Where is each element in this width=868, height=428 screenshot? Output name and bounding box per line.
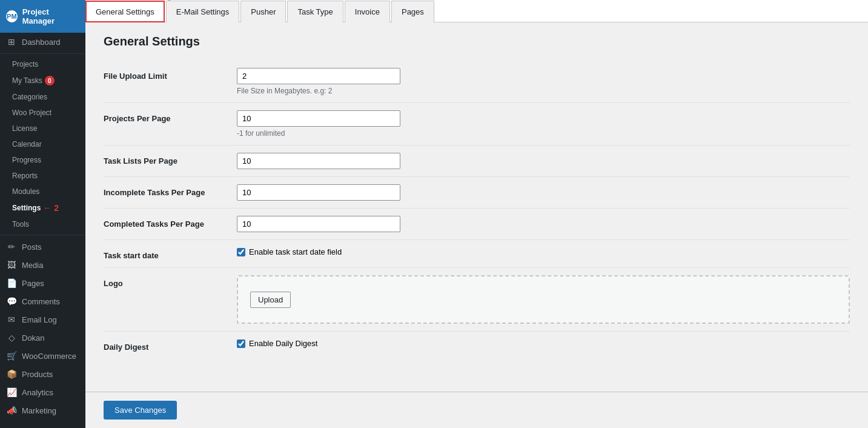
tab-email[interactable]: E-Mail Settings — [166, 1, 239, 22]
checkbox-row-daily-digest: Enable Daily Digest — [237, 339, 850, 348]
tab-task-type[interactable]: Task Type — [287, 1, 343, 22]
categories-label: Categories — [12, 93, 47, 101]
row-task-start-date: Task start date Enable task start date f… — [104, 240, 850, 268]
pages-label: Pages — [22, 279, 44, 288]
reports-label: Reports — [12, 172, 38, 180]
main-content: General Settings 1 E-Mail Settings Pushe… — [85, 0, 868, 428]
sidebar-item-analytics[interactable]: 📈 Analytics — [0, 383, 85, 401]
email-log-icon: ✉ — [6, 315, 17, 324]
input-incomplete-tasks-per-page[interactable] — [237, 184, 400, 201]
page-title: General Settings — [104, 35, 850, 48]
row-task-lists-per-page: Task Lists Per Page — [104, 145, 850, 177]
sidebar-item-my-tasks[interactable]: My Tasks 0 — [0, 72, 85, 89]
sidebar-item-progress[interactable]: Progress — [0, 152, 85, 168]
products-icon: 📦 — [6, 369, 17, 379]
control-logo: Upload — [237, 275, 850, 324]
modules-label: Modules — [12, 187, 39, 196]
row-incomplete-tasks-per-page: Incomplete Tasks Per Page — [104, 177, 850, 209]
progress-label: Progress — [12, 156, 41, 164]
tab-task-type-label: Task Type — [297, 7, 333, 16]
tab-invoice[interactable]: Invoice — [345, 1, 390, 22]
tab-email-label: E-Mail Settings — [176, 7, 229, 16]
analytics-icon: 📈 — [6, 387, 17, 397]
projects-label: Projects — [12, 60, 38, 69]
sidebar-item-comments[interactable]: 💬 Comments — [0, 292, 85, 310]
tab-pusher-label: Pusher — [251, 7, 276, 16]
tab-pages[interactable]: Pages — [391, 1, 434, 22]
dashboard-icon: ⊞ — [6, 37, 17, 47]
save-changes-button[interactable]: Save Changes — [104, 401, 177, 420]
upload-button[interactable]: Upload — [250, 292, 291, 308]
sidebar-item-woocommerce[interactable]: 🛒 WooCommerce — [0, 347, 85, 365]
label-incomplete-tasks-per-page: Incomplete Tasks Per Page — [104, 184, 237, 197]
posts-label: Posts — [22, 242, 42, 252]
sidebar-item-projects[interactable]: Projects — [0, 56, 85, 72]
row-file-upload-limit: File Upload Limit File Size in Megabytes… — [104, 61, 850, 103]
control-projects-per-page: -1 for unlimited — [237, 110, 850, 138]
input-file-upload-limit[interactable] — [237, 68, 400, 84]
posts-icon: ✏ — [6, 242, 17, 252]
sidebar: PM Project Manager ⊞ Dashboard Projects … — [0, 0, 85, 428]
sidebar-item-dashboard[interactable]: ⊞ Dashboard — [0, 33, 85, 51]
email-log-label: Email Log — [22, 315, 57, 324]
label-projects-per-page: Projects Per Page — [104, 110, 237, 123]
tab-pusher[interactable]: Pusher — [240, 1, 286, 22]
comments-icon: 💬 — [6, 296, 17, 306]
hint-projects-per-page: -1 for unlimited — [237, 129, 850, 138]
media-label: Media — [22, 261, 43, 270]
input-completed-tasks-per-page[interactable] — [237, 216, 400, 232]
sidebar-item-license[interactable]: License — [0, 121, 85, 136]
control-file-upload-limit: File Size in Megabytes. e.g: 2 — [237, 68, 850, 95]
products-label: Products — [22, 370, 53, 379]
sidebar-title: Project Manager — [22, 7, 79, 25]
sidebar-item-email-log[interactable]: ✉ Email Log — [0, 310, 85, 329]
label-task-start-date-cb: Enable task start date field — [249, 247, 342, 256]
label-completed-tasks-per-page: Completed Tasks Per Page — [104, 216, 237, 229]
sidebar-item-products[interactable]: 📦 Products — [0, 365, 85, 383]
checkbox-task-start-date[interactable] — [237, 248, 245, 256]
dokan-label: Dokan — [22, 333, 45, 343]
sidebar-item-pages[interactable]: 📄 Pages — [0, 274, 85, 292]
control-completed-tasks-per-page — [237, 216, 850, 232]
settings-content: General Settings File Upload Limit File … — [85, 22, 868, 392]
sidebar-header: PM Project Manager — [0, 0, 85, 33]
media-icon: 🖼 — [6, 260, 17, 270]
sidebar-item-calendar[interactable]: Calendar — [0, 136, 85, 152]
row-daily-digest: Daily Digest Enable Daily Digest — [104, 332, 850, 359]
sidebar-item-media[interactable]: 🖼 Media — [0, 256, 85, 274]
analytics-label: Analytics — [22, 388, 53, 397]
my-tasks-label: My Tasks — [12, 76, 42, 85]
tabs-bar: General Settings 1 E-Mail Settings Pushe… — [85, 0, 868, 22]
sidebar-item-woo-project[interactable]: Woo Project — [0, 105, 85, 121]
my-tasks-badge: 0 — [45, 76, 55, 85]
input-projects-per-page[interactable] — [237, 110, 400, 127]
sidebar-item-settings[interactable]: Settings ← 2 — [0, 199, 85, 216]
sidebar-item-dokan[interactable]: ◇ Dokan — [0, 329, 85, 347]
sidebar-divider-1 — [0, 53, 85, 54]
sidebar-item-modules[interactable]: Modules — [0, 184, 85, 199]
control-task-start-date: Enable task start date field — [237, 247, 850, 256]
sidebar-item-reports[interactable]: Reports — [0, 168, 85, 184]
marketing-icon: 📣 — [6, 406, 17, 415]
pages-icon: 📄 — [6, 278, 17, 288]
comments-label: Comments — [22, 297, 60, 306]
settings-footer: Save Changes — [85, 392, 868, 428]
tab-general[interactable]: General Settings 1 — [85, 1, 165, 22]
input-task-lists-per-page[interactable] — [237, 153, 400, 169]
label-task-start-date: Task start date — [104, 247, 237, 260]
sidebar-item-categories[interactable]: Categories — [0, 89, 85, 105]
label-file-upload-limit: File Upload Limit — [104, 68, 237, 81]
hint-file-upload-limit: File Size in Megabytes. e.g: 2 — [237, 87, 850, 95]
woocommerce-label: WooCommerce — [22, 352, 76, 361]
sidebar-item-marketing[interactable]: 📣 Marketing — [0, 401, 85, 420]
dokan-icon: ◇ — [6, 333, 17, 343]
sidebar-item-tools[interactable]: Tools — [0, 216, 85, 232]
checkbox-daily-digest[interactable] — [237, 339, 245, 348]
tab-general-label: General Settings — [96, 7, 154, 16]
label-daily-digest-cb: Enable Daily Digest — [249, 339, 317, 348]
row-projects-per-page: Projects Per Page -1 for unlimited — [104, 103, 850, 145]
checkbox-row-task-start-date: Enable task start date field — [237, 247, 850, 256]
label-daily-digest: Daily Digest — [104, 339, 237, 352]
logo-upload-area: Upload — [237, 275, 850, 324]
sidebar-item-posts[interactable]: ✏ Posts — [0, 238, 85, 256]
